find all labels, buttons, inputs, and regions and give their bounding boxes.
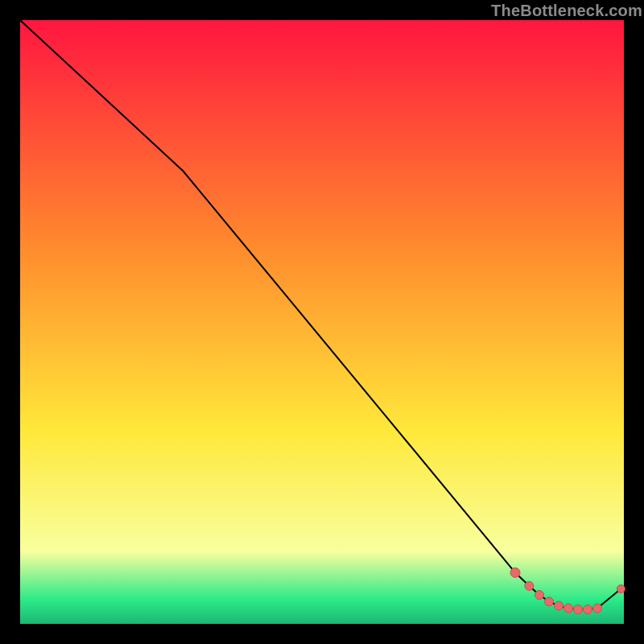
- data-marker: [525, 581, 534, 590]
- data-marker: [574, 605, 583, 614]
- data-marker: [555, 601, 564, 610]
- chart-overlay: [20, 20, 624, 624]
- data-marker: [564, 604, 573, 613]
- data-markers: [510, 568, 625, 613]
- watermark-text: TheBottleneck.com: [491, 2, 642, 20]
- data-marker: [593, 604, 602, 613]
- data-marker: [617, 585, 625, 593]
- chart-plot: [20, 20, 624, 624]
- data-line: [20, 20, 621, 609]
- data-marker: [535, 591, 544, 600]
- data-marker: [510, 568, 520, 577]
- data-marker: [545, 597, 554, 606]
- data-marker: [584, 605, 592, 614]
